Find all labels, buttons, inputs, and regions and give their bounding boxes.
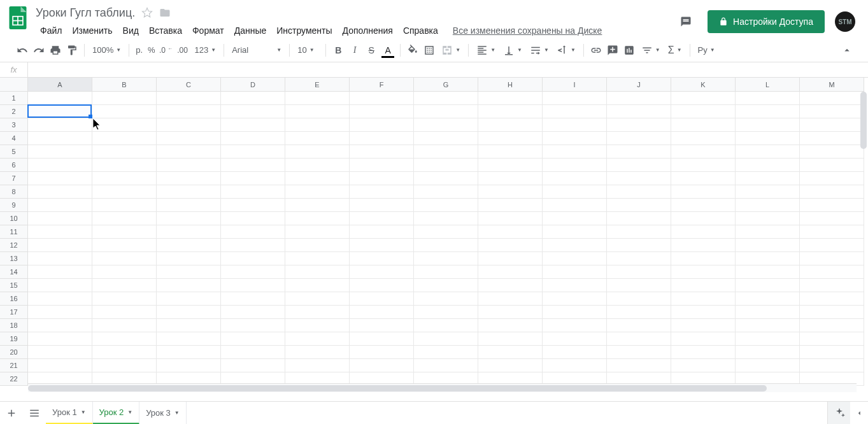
cell-B11[interactable]	[92, 225, 157, 239]
cell-J10[interactable]	[607, 212, 671, 225]
cell-I3[interactable]	[543, 118, 607, 132]
cell-A12[interactable]	[28, 239, 92, 252]
cell-J2[interactable]	[607, 105, 671, 118]
cell-B10[interactable]	[92, 212, 157, 225]
cell-A21[interactable]	[28, 359, 92, 372]
font-size-select[interactable]: 10▼	[294, 42, 322, 59]
cell-H20[interactable]	[478, 346, 543, 359]
cell-L19[interactable]	[736, 332, 800, 346]
column-header-B[interactable]: B	[92, 78, 157, 92]
row-header-12[interactable]: 12	[0, 239, 28, 252]
cell-E8[interactable]	[285, 185, 350, 199]
row-header-16[interactable]: 16	[0, 292, 28, 306]
cell-C13[interactable]	[157, 252, 221, 265]
cell-D11[interactable]	[221, 225, 285, 239]
cell-F8[interactable]	[350, 185, 414, 199]
cell-I16[interactable]	[543, 292, 607, 306]
cell-K19[interactable]	[671, 332, 736, 346]
cell-G8[interactable]	[414, 185, 478, 199]
cell-C18[interactable]	[157, 319, 221, 332]
cell-G20[interactable]	[414, 346, 478, 359]
row-header-2[interactable]: 2	[0, 105, 28, 118]
filter-button[interactable]: ▼	[637, 42, 664, 59]
cell-A19[interactable]	[28, 332, 92, 346]
cell-D20[interactable]	[221, 346, 285, 359]
cell-M18[interactable]	[800, 319, 864, 332]
paint-format-button[interactable]	[64, 42, 80, 59]
cell-G4[interactable]	[414, 132, 478, 145]
cell-B12[interactable]	[92, 239, 157, 252]
cell-D12[interactable]	[221, 239, 285, 252]
menu-формат[interactable]: Формат	[188, 23, 229, 38]
cell-E9[interactable]	[285, 199, 350, 212]
cell-C3[interactable]	[157, 118, 221, 132]
cell-M10[interactable]	[800, 212, 864, 225]
cell-H11[interactable]	[478, 225, 543, 239]
cell-I21[interactable]	[543, 359, 607, 372]
cell-D17[interactable]	[221, 306, 285, 319]
fill-handle[interactable]	[89, 115, 92, 118]
cell-J20[interactable]	[607, 346, 671, 359]
menu-инструменты[interactable]: Инструменты	[272, 23, 336, 38]
cell-B17[interactable]	[92, 306, 157, 319]
cell-L8[interactable]	[736, 185, 800, 199]
row-header-14[interactable]: 14	[0, 265, 28, 279]
cell-D15[interactable]	[221, 279, 285, 292]
formula-input[interactable]	[28, 62, 868, 77]
vertical-align-button[interactable]: ▼	[499, 42, 526, 59]
fill-color-button[interactable]	[404, 42, 421, 59]
input-tools-button[interactable]: Ру▼	[694, 42, 719, 59]
horizontal-scrollbar[interactable]	[28, 383, 857, 392]
column-header-M[interactable]: M	[800, 78, 864, 92]
cell-I12[interactable]	[543, 239, 607, 252]
cell-L18[interactable]	[736, 319, 800, 332]
cell-E17[interactable]	[285, 306, 350, 319]
cell-B19[interactable]	[92, 332, 157, 346]
cell-A1[interactable]	[28, 92, 92, 105]
cell-G10[interactable]	[414, 212, 478, 225]
cell-I6[interactable]	[543, 159, 607, 172]
cell-J1[interactable]	[607, 92, 671, 105]
cell-D13[interactable]	[221, 252, 285, 265]
cell-C4[interactable]	[157, 132, 221, 145]
cell-L14[interactable]	[736, 265, 800, 279]
cell-C21[interactable]	[157, 359, 221, 372]
cell-J12[interactable]	[607, 239, 671, 252]
cell-B3[interactable]	[92, 118, 157, 132]
functions-button[interactable]: Σ▼	[664, 42, 686, 59]
cell-L9[interactable]	[736, 199, 800, 212]
menu-данные[interactable]: Данные	[230, 23, 271, 38]
cell-G9[interactable]	[414, 199, 478, 212]
more-formats-button[interactable]: 123▼	[191, 42, 220, 59]
row-header-9[interactable]: 9	[0, 199, 28, 212]
cell-K7[interactable]	[671, 172, 736, 185]
cell-H18[interactable]	[478, 319, 543, 332]
cell-I20[interactable]	[543, 346, 607, 359]
cell-C1[interactable]	[157, 92, 221, 105]
cell-A14[interactable]	[28, 265, 92, 279]
cell-J21[interactable]	[607, 359, 671, 372]
row-header-21[interactable]: 21	[0, 359, 28, 372]
cell-E10[interactable]	[285, 212, 350, 225]
cell-B4[interactable]	[92, 132, 157, 145]
cell-K2[interactable]	[671, 105, 736, 118]
cell-J4[interactable]	[607, 132, 671, 145]
cell-M20[interactable]	[800, 346, 864, 359]
cell-I18[interactable]	[543, 319, 607, 332]
cell-K4[interactable]	[671, 132, 736, 145]
cell-F13[interactable]	[350, 252, 414, 265]
cell-M5[interactable]	[800, 145, 864, 159]
row-header-1[interactable]: 1	[0, 92, 28, 105]
column-header-I[interactable]: I	[543, 78, 607, 92]
cell-F3[interactable]	[350, 118, 414, 132]
cell-G14[interactable]	[414, 265, 478, 279]
cell-H9[interactable]	[478, 199, 543, 212]
row-header-17[interactable]: 17	[0, 306, 28, 319]
cell-C14[interactable]	[157, 265, 221, 279]
cell-F14[interactable]	[350, 265, 414, 279]
cell-J9[interactable]	[607, 199, 671, 212]
cell-A10[interactable]	[28, 212, 92, 225]
cell-A4[interactable]	[28, 132, 92, 145]
sheet-tab-1[interactable]: Урок 1▼	[46, 402, 93, 425]
cell-J3[interactable]	[607, 118, 671, 132]
